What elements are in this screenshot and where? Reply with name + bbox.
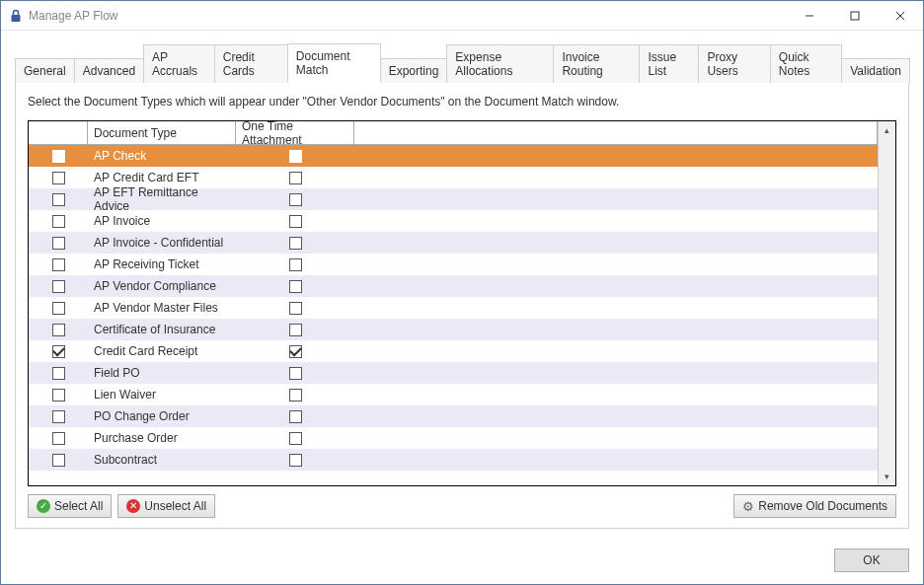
one-time-checkbox[interactable] <box>289 432 302 445</box>
tab-exporting[interactable]: Exporting <box>380 58 448 83</box>
tab-issue-list[interactable]: Issue List <box>639 44 699 83</box>
one-time-checkbox[interactable] <box>289 150 302 163</box>
unselect-all-button[interactable]: ✕ Unselect All <box>117 494 215 518</box>
one-time-checkbox[interactable] <box>289 237 302 250</box>
select-all-label: Select All <box>54 499 103 513</box>
one-time-checkbox[interactable] <box>289 410 302 423</box>
row-include-cell <box>29 215 88 228</box>
tab-invoice-routing[interactable]: Invoice Routing <box>553 44 640 83</box>
tab-credit-cards[interactable]: Credit Cards <box>214 44 288 83</box>
one-time-checkbox[interactable] <box>289 258 302 271</box>
one-time-checkbox[interactable] <box>289 389 302 402</box>
select-all-button[interactable]: ✓ Select All <box>28 494 112 518</box>
row-include-cell <box>29 410 88 423</box>
table-row[interactable]: Credit Card Receipt <box>29 340 878 362</box>
table-row[interactable]: Purchase Order <box>29 427 878 449</box>
include-checkbox[interactable] <box>52 367 65 380</box>
one-time-checkbox[interactable] <box>289 454 302 467</box>
tab-panel-document-match: Select the Document Types which will app… <box>15 82 909 529</box>
include-checkbox[interactable] <box>52 150 65 163</box>
include-checkbox[interactable] <box>52 410 65 423</box>
minimize-button[interactable] <box>787 1 832 31</box>
ok-label: OK <box>863 553 880 567</box>
row-one-time-cell <box>236 193 354 206</box>
vertical-scrollbar[interactable]: ▴ ▾ <box>878 121 895 485</box>
one-time-checkbox[interactable] <box>289 193 302 206</box>
one-time-checkbox[interactable] <box>289 215 302 228</box>
table-row[interactable]: Subcontract <box>29 449 878 471</box>
row-one-time-cell <box>236 237 354 250</box>
row-one-time-cell <box>236 345 354 358</box>
table-row[interactable]: PO Change Order <box>29 405 878 427</box>
include-checkbox[interactable] <box>52 237 65 250</box>
table-row[interactable]: AP Invoice <box>29 210 878 232</box>
include-checkbox[interactable] <box>52 172 65 184</box>
column-header-checkbox[interactable] <box>29 121 88 144</box>
remove-old-documents-button[interactable]: ⚙ Remove Old Documents <box>733 494 896 518</box>
grid-button-row: ✓ Select All ✕ Unselect All ⚙ Remove Old… <box>28 494 896 518</box>
row-one-time-cell <box>236 410 354 423</box>
one-time-checkbox[interactable] <box>289 302 302 315</box>
table-row[interactable]: Field PO <box>29 362 878 384</box>
scroll-down-arrow-icon[interactable]: ▾ <box>879 468 895 485</box>
tab-general[interactable]: General <box>15 58 75 83</box>
row-name-cell: AP Vendor Compliance <box>88 279 236 293</box>
row-one-time-cell <box>236 215 354 228</box>
tab-quick-notes[interactable]: Quick Notes <box>770 44 842 83</box>
include-checkbox[interactable] <box>52 280 65 293</box>
include-checkbox[interactable] <box>52 454 65 467</box>
ok-button[interactable]: OK <box>834 548 909 572</box>
include-checkbox[interactable] <box>52 302 65 315</box>
row-include-cell <box>29 367 88 380</box>
row-name-cell: AP Credit Card EFT <box>88 171 236 184</box>
one-time-checkbox[interactable] <box>289 172 302 184</box>
table-row[interactable]: AP Invoice - Confidential <box>29 232 878 254</box>
row-name-cell: AP Invoice <box>88 214 236 228</box>
svg-rect-0 <box>12 15 21 22</box>
table-row[interactable]: Lien Waiver <box>29 384 878 405</box>
instructions-text: Select the Document Types which will app… <box>28 95 896 109</box>
scroll-up-arrow-icon[interactable]: ▴ <box>879 121 895 139</box>
column-header-doc-type[interactable]: Document Type <box>88 121 236 144</box>
table-row[interactable]: Certificate of Insurance <box>29 319 878 340</box>
include-checkbox[interactable] <box>52 324 65 336</box>
grid-header: Document Type One Time Attachment <box>29 121 878 145</box>
tab-validation[interactable]: Validation <box>841 58 910 83</box>
include-checkbox[interactable] <box>52 193 65 206</box>
one-time-checkbox[interactable] <box>289 280 302 293</box>
include-checkbox[interactable] <box>52 389 65 402</box>
row-include-cell <box>29 150 88 163</box>
row-name-cell: AP Invoice - Confidential <box>88 236 236 250</box>
row-one-time-cell <box>236 367 354 380</box>
one-time-checkbox[interactable] <box>289 324 302 336</box>
maximize-button[interactable] <box>832 1 878 31</box>
include-checkbox[interactable] <box>52 258 65 271</box>
check-circle-icon: ✓ <box>37 499 50 513</box>
row-include-cell <box>29 237 88 250</box>
include-checkbox[interactable] <box>52 215 65 228</box>
close-button[interactable] <box>878 1 923 31</box>
table-row[interactable]: AP EFT Remittance Advice <box>29 188 878 210</box>
include-checkbox[interactable] <box>52 345 65 358</box>
column-header-one-time[interactable]: One Time Attachment <box>236 121 354 144</box>
table-row[interactable]: AP Check <box>29 145 878 167</box>
footer: OK <box>1 539 923 584</box>
window-title: Manage AP Flow <box>29 9 118 23</box>
table-row[interactable]: AP Vendor Master Files <box>29 297 878 319</box>
one-time-checkbox[interactable] <box>289 345 302 358</box>
tab-ap-accruals[interactable]: AP Accruals <box>143 44 215 83</box>
tab-expense-allocations[interactable]: Expense Allocations <box>446 44 554 83</box>
row-one-time-cell <box>236 280 354 293</box>
row-include-cell <box>29 258 88 271</box>
include-checkbox[interactable] <box>52 432 65 445</box>
tab-advanced[interactable]: Advanced <box>74 58 144 83</box>
one-time-checkbox[interactable] <box>289 367 302 380</box>
row-name-cell: Credit Card Receipt <box>88 344 236 358</box>
row-include-cell <box>29 454 88 467</box>
row-name-cell: AP Check <box>88 149 236 163</box>
tab-proxy-users[interactable]: Proxy Users <box>698 44 770 83</box>
table-row[interactable]: AP Receiving Ticket <box>29 254 878 275</box>
tab-document-match[interactable]: Document Match <box>287 43 381 83</box>
row-one-time-cell <box>236 389 354 402</box>
table-row[interactable]: AP Vendor Compliance <box>29 275 878 297</box>
